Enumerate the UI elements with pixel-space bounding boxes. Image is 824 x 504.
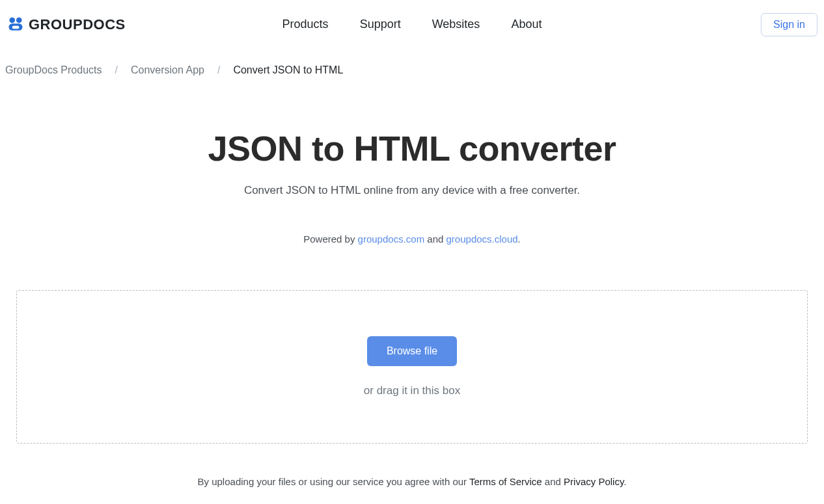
hero-section: JSON to HTML converter Convert JSON to H… bbox=[0, 83, 824, 264]
terms-of-service-link[interactable]: Terms of Service bbox=[469, 476, 542, 487]
breadcrumb-groupdocs-products[interactable]: GroupDocs Products bbox=[5, 64, 102, 76]
agree-suffix: . bbox=[624, 476, 626, 487]
logo[interactable]: GROUPDOCS bbox=[7, 16, 126, 34]
signin-button[interactable]: Sign in bbox=[761, 13, 817, 36]
powered-prefix: Powered by bbox=[303, 233, 357, 245]
breadcrumb-current: Convert JSON to HTML bbox=[233, 64, 343, 76]
svg-point-0 bbox=[9, 17, 15, 23]
powered-suffix: . bbox=[518, 233, 521, 245]
breadcrumb-separator: / bbox=[217, 64, 220, 76]
drag-hint-text: or drag it in this box bbox=[30, 384, 794, 397]
groupdocs-logo-icon bbox=[7, 16, 25, 34]
logo-text: GROUPDOCS bbox=[29, 16, 126, 33]
agree-prefix: By uploading your files or using our ser… bbox=[198, 476, 469, 487]
nav-about[interactable]: About bbox=[511, 18, 542, 31]
nav-products[interactable]: Products bbox=[282, 18, 329, 31]
header: GROUPDOCS Products Support Websites Abou… bbox=[0, 0, 824, 49]
breadcrumb: GroupDocs Products / Conversion App / Co… bbox=[0, 49, 824, 83]
breadcrumb-conversion-app[interactable]: Conversion App bbox=[131, 64, 204, 76]
powered-and: and bbox=[424, 233, 446, 245]
agree-and: and bbox=[542, 476, 564, 487]
privacy-policy-link[interactable]: Privacy Policy bbox=[564, 476, 624, 487]
nav-websites[interactable]: Websites bbox=[432, 18, 480, 31]
page-title: JSON to HTML converter bbox=[13, 128, 811, 168]
svg-rect-3 bbox=[12, 25, 20, 28]
powered-link-groupdocs-com[interactable]: groupdocs.com bbox=[358, 233, 425, 245]
browse-file-button[interactable]: Browse file bbox=[367, 336, 457, 366]
file-dropzone[interactable]: Browse file or drag it in this box bbox=[16, 290, 808, 444]
powered-link-groupdocs-cloud[interactable]: groupdocs.cloud bbox=[446, 233, 518, 245]
powered-by-text: Powered by groupdocs.com and groupdocs.c… bbox=[13, 233, 811, 245]
nav-support[interactable]: Support bbox=[360, 18, 401, 31]
terms-agreement-text: By uploading your files or using our ser… bbox=[0, 457, 824, 500]
page-subtitle: Convert JSON to HTML online from any dev… bbox=[13, 184, 811, 197]
svg-point-1 bbox=[16, 17, 22, 23]
breadcrumb-separator: / bbox=[115, 64, 118, 76]
main-nav: Products Support Websites About bbox=[282, 18, 542, 31]
